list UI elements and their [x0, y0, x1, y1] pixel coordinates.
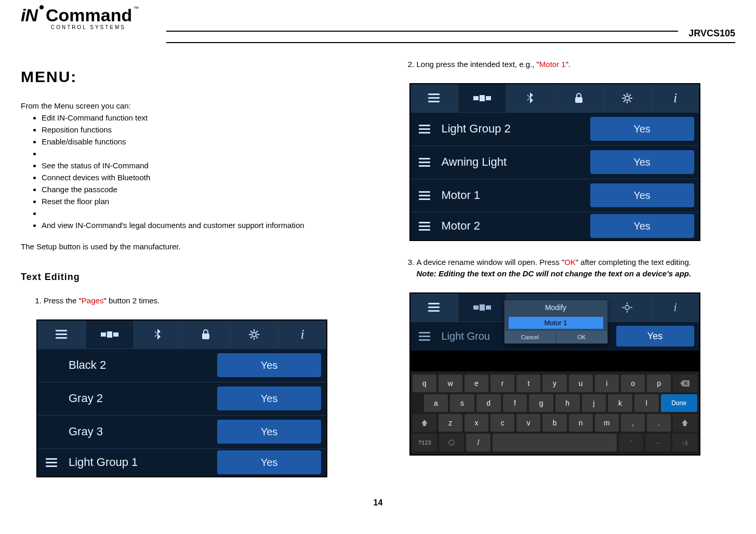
- key-lang[interactable]: [439, 434, 464, 451]
- tab-settings[interactable]: [603, 84, 652, 112]
- tab-bluetooth[interactable]: [134, 321, 182, 349]
- svg-rect-0: [101, 332, 106, 337]
- key-z[interactable]: z: [439, 414, 462, 432]
- tab-info[interactable]: i: [278, 321, 326, 349]
- yes-button[interactable]: Yes: [217, 450, 321, 474]
- svg-line-25: [624, 100, 625, 102]
- step-3: A device rename window will open. Press …: [417, 257, 725, 280]
- key-k[interactable]: k: [608, 394, 632, 412]
- key-period[interactable]: .: [647, 414, 671, 432]
- key-emoji[interactable]: :-): [672, 434, 697, 451]
- list-item[interactable]: Light Group 1 Yes: [37, 448, 326, 476]
- step1-post: " button 2 times.: [103, 296, 160, 305]
- key-backspace[interactable]: [673, 375, 697, 392]
- on-screen-keyboard: q w e r t y u i o p a s: [410, 371, 699, 455]
- yes-button[interactable]: Yes: [616, 326, 694, 346]
- tab-pages[interactable]: [458, 84, 507, 112]
- tab-settings[interactable]: [603, 293, 652, 322]
- key-r[interactable]: r: [490, 375, 514, 392]
- key-q[interactable]: q: [413, 375, 436, 392]
- list-item[interactable]: Gray 3 Yes: [37, 415, 326, 448]
- tab-lock[interactable]: [182, 321, 230, 349]
- gear-icon: [248, 329, 260, 340]
- ok-button[interactable]: OK: [556, 331, 607, 343]
- key-a[interactable]: a: [424, 394, 448, 412]
- key-e[interactable]: e: [465, 375, 488, 392]
- key-w[interactable]: w: [439, 375, 462, 392]
- modify-title: Modify: [505, 300, 607, 315]
- key-m[interactable]: m: [595, 414, 619, 432]
- key-space[interactable]: [493, 434, 616, 451]
- key-l[interactable]: l: [634, 394, 659, 412]
- key-apostrophe[interactable]: ': [619, 434, 644, 451]
- blank-strip: [410, 351, 699, 371]
- yes-button[interactable]: Yes: [217, 420, 321, 444]
- tab-menu[interactable]: [410, 84, 459, 112]
- key-x[interactable]: x: [465, 414, 488, 432]
- key-j[interactable]: j: [582, 394, 606, 412]
- key-t[interactable]: t: [516, 375, 540, 392]
- key-u[interactable]: u: [569, 375, 593, 392]
- key-d[interactable]: d: [476, 394, 501, 412]
- drag-icon[interactable]: [37, 458, 65, 467]
- list-item[interactable]: Motor 1 Yes: [410, 179, 699, 212]
- shift-icon: [421, 419, 428, 426]
- tab-info[interactable]: i: [652, 293, 699, 322]
- list-item[interactable]: Awning Light Yes: [410, 145, 699, 179]
- svg-line-11: [256, 331, 258, 332]
- tab-pages[interactable]: [458, 293, 507, 322]
- yes-button[interactable]: Yes: [217, 386, 321, 410]
- yes-button[interactable]: Yes: [590, 214, 694, 238]
- key-v[interactable]: v: [516, 414, 540, 432]
- drag-icon[interactable]: [410, 332, 439, 341]
- globe-icon: [448, 439, 455, 446]
- yes-button[interactable]: Yes: [590, 150, 694, 174]
- drag-icon[interactable]: [410, 158, 439, 167]
- key-f[interactable]: f: [503, 394, 527, 412]
- drag-icon[interactable]: [410, 125, 439, 134]
- brand-command: Command: [46, 5, 132, 25]
- list-item[interactable]: Light Group 2 Yes: [410, 112, 699, 145]
- key-slash[interactable]: /: [466, 434, 491, 451]
- key-shift-right[interactable]: [673, 414, 697, 432]
- tab-info[interactable]: i: [652, 84, 699, 112]
- list-item[interactable]: Black 2 Yes: [37, 349, 326, 382]
- key-y[interactable]: y: [542, 375, 566, 392]
- tab-menu[interactable]: [37, 321, 86, 349]
- key-symbols[interactable]: ?123: [413, 434, 437, 451]
- tab-lock[interactable]: [555, 84, 603, 112]
- tab-bluetooth[interactable]: [507, 84, 555, 112]
- list-item-label: Gray 2: [65, 392, 217, 405]
- drag-icon[interactable]: [410, 222, 439, 231]
- yes-button[interactable]: Yes: [217, 353, 321, 377]
- drag-icon[interactable]: [410, 191, 439, 200]
- key-b[interactable]: b: [542, 414, 566, 432]
- info-icon: i: [300, 327, 304, 342]
- key-g[interactable]: g: [529, 394, 553, 412]
- list-item[interactable]: Gray 2 Yes: [37, 382, 326, 415]
- key-c[interactable]: c: [490, 414, 514, 432]
- key-h[interactable]: h: [555, 394, 580, 412]
- cancel-button[interactable]: Cancel: [505, 331, 556, 343]
- key-n[interactable]: n: [569, 414, 593, 432]
- key-comma[interactable]: ,: [621, 414, 645, 432]
- yes-button[interactable]: Yes: [590, 183, 694, 207]
- key-i[interactable]: i: [595, 375, 619, 392]
- model-number: JRVCS105: [688, 23, 735, 39]
- tab-settings[interactable]: [230, 321, 278, 349]
- step-list-left: Press the "Pages" button 2 times.: [33, 295, 363, 307]
- tab-pages[interactable]: [86, 321, 134, 349]
- key-o[interactable]: o: [621, 375, 645, 392]
- step-list-right2: A device rename window will open. Press …: [406, 257, 736, 280]
- yes-button[interactable]: Yes: [590, 117, 694, 141]
- key-s[interactable]: s: [450, 394, 474, 412]
- modify-input[interactable]: Motor 1: [509, 317, 603, 329]
- key-shift-left[interactable]: [413, 414, 436, 432]
- key-done[interactable]: Done: [661, 394, 697, 412]
- svg-rect-14: [480, 95, 485, 101]
- key-dash[interactable]: -: [645, 434, 670, 451]
- list-item-label: Awning Light: [439, 155, 590, 169]
- key-p[interactable]: p: [647, 375, 671, 392]
- tab-menu[interactable]: [410, 293, 459, 322]
- list-item[interactable]: Motor 2 Yes: [410, 212, 699, 240]
